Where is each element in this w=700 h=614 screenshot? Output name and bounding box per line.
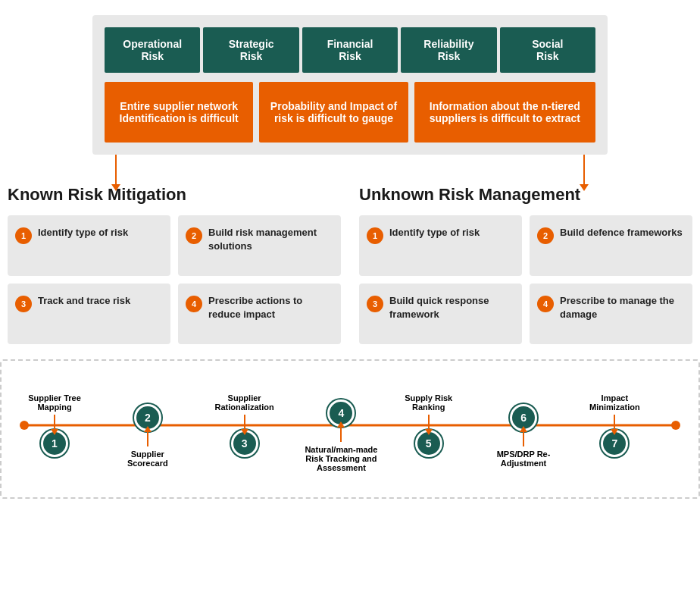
unknown-item-3-text: Build quick response framework xyxy=(389,294,513,321)
header-financial: FinancialRisk xyxy=(302,27,398,73)
known-item-3-number: 3 xyxy=(15,296,32,312)
node-3-label-above: Supplier Rationalization xyxy=(211,393,279,412)
node-5-label-above: Supply Risk Ranking xyxy=(396,393,461,412)
unknown-risk-panel: Unknown Risk Management 1 Identify type … xyxy=(359,185,692,344)
known-item-4-text: Prescribe actions to reduce impact xyxy=(208,294,332,321)
risk-box-2: Probability and Impact of risk is diffic… xyxy=(259,82,408,143)
node-2-label-below: Supplier Scorecard xyxy=(117,450,178,468)
unknown-risk-title: Unknown Risk Management xyxy=(359,185,692,205)
unknown-item-2: 2 Build defence frameworks xyxy=(530,215,692,276)
unknown-item-2-text: Build defence frameworks xyxy=(560,226,683,240)
unknown-item-3-number: 3 xyxy=(367,296,383,312)
risk-headers-row: OperationalRisk StrategicRisk FinancialR… xyxy=(105,27,595,73)
known-item-2-text: Build risk management solutions xyxy=(208,226,332,253)
header-strategic: StrategicRisk xyxy=(203,27,298,73)
known-item-4-number: 4 xyxy=(186,296,202,312)
known-risk-grid: 1 Identify type of risk 2 Build risk man… xyxy=(8,215,341,344)
known-item-3-text: Track and trace risk xyxy=(38,294,130,308)
unknown-item-4-text: Prescribe to manage the damage xyxy=(560,294,683,321)
header-operational: OperationalRisk xyxy=(105,27,200,73)
known-risk-title: Known Risk Mitigation xyxy=(8,185,341,205)
timeline-node-2: 2 Supplier Scorecard xyxy=(117,383,178,468)
node-1-label-above: Supplier Tree Mapping xyxy=(24,393,85,412)
risk-overview-panel: OperationalRisk StrategicRisk FinancialR… xyxy=(92,15,608,155)
timeline-node-1: Supplier Tree Mapping 1 xyxy=(24,393,85,457)
risk-box-1: Entire supplier network Identification i… xyxy=(105,82,253,143)
timeline-node-4: 4 Natural/man-made Risk Tracking and Ass… xyxy=(303,378,379,472)
known-item-1: 1 Identify type of risk xyxy=(8,215,170,276)
known-item-1-number: 1 xyxy=(15,227,32,244)
timeline-node-7: Impact Minimization 7 xyxy=(583,393,647,457)
node-4-label-below: Natural/man-made Risk Tracking and Asses… xyxy=(303,445,379,472)
known-item-2-number: 2 xyxy=(186,227,202,244)
header-reliability: ReliabilityRisk xyxy=(401,27,496,73)
unknown-item-1-number: 1 xyxy=(367,227,383,244)
unknown-risk-grid: 1 Identify type of risk 2 Build defence … xyxy=(359,215,692,344)
risk-boxes-row: Entire supplier network Identification i… xyxy=(105,82,595,143)
risk-box-3: Information about the n-tiered suppliers… xyxy=(414,82,595,143)
node-6-label-below: MPS/DRP Re-Adjustment xyxy=(489,450,558,468)
unknown-item-4: 4 Prescribe to manage the damage xyxy=(530,284,692,344)
unknown-item-1-text: Identify type of risk xyxy=(389,226,480,240)
timeline-section: Supplier Tree Mapping 1 2 Supplier Score… xyxy=(0,359,700,499)
known-item-3: 3 Track and trace risk xyxy=(8,284,170,344)
timeline-node-3: Supplier Rationalization 3 xyxy=(211,393,279,457)
unknown-item-2-number: 2 xyxy=(537,227,554,244)
known-item-2: 2 Build risk management solutions xyxy=(178,215,341,276)
timeline-node-6: 6 MPS/DRP Re-Adjustment xyxy=(489,383,558,468)
unknown-item-1: 1 Identify type of risk xyxy=(359,215,522,276)
node-7-label-above: Impact Minimization xyxy=(583,393,647,412)
known-item-1-text: Identify type of risk xyxy=(38,226,128,240)
known-risk-panel: Known Risk Mitigation 1 Identify type of… xyxy=(8,185,341,344)
unknown-item-3: 3 Build quick response framework xyxy=(359,284,522,344)
header-social: SocialRisk xyxy=(500,27,595,73)
timeline-node-5: Supply Risk Ranking 5 xyxy=(396,393,461,457)
unknown-item-4-number: 4 xyxy=(537,296,554,312)
known-item-4: 4 Prescribe actions to reduce impact xyxy=(178,284,341,344)
